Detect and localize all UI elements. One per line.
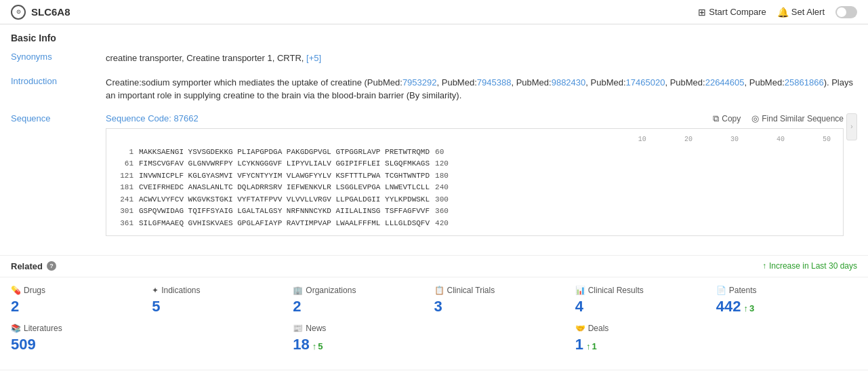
sequence-header: Sequence Code: 87662 ⧉ Copy ◎ Find Simil…: [106, 113, 844, 124]
stat-label: ✦ Indications: [152, 286, 293, 295]
synonyms-row: Synonyms creatine transporter, Creatine …: [11, 52, 857, 65]
stat-increase: ↑1: [586, 341, 597, 351]
stat-label: 🤝 Deals: [575, 324, 857, 333]
seq-end-num: 60: [430, 147, 444, 159]
stat-value: 2: [11, 298, 152, 315]
stat-label: 🏢 Organizations: [293, 286, 434, 295]
seq-text: CVEIFRHEDC ANASLANLTC DQLADRRSRV IEFWENK…: [139, 182, 430, 194]
sequence-line: 241ACWVLVYFCV WKGVKSTGKI VYFTATFPVV VLVV…: [112, 194, 838, 206]
seq-text: ACWVLVYFCV WKGVKSTGKI VYFTATFPVV VLVVLLV…: [139, 194, 430, 206]
copy-button[interactable]: ⧉ Copy: [713, 113, 741, 124]
stat-value: 3: [434, 298, 575, 315]
patent-icon: 📄: [716, 286, 726, 295]
stats-row-1: 💊 Drugs 2 ✦ Indications 5 🏢 Organization…: [11, 286, 857, 315]
sequence-actions: ⧉ Copy ◎ Find Similar Sequence: [713, 113, 844, 124]
sequence-line: 361SILGFMAAEQ GVHISKVAES GPGLAFIAYP RAVT…: [112, 218, 838, 230]
stats-container: 💊 Drugs 2 ✦ Indications 5 🏢 Organization…: [0, 277, 868, 370]
basic-info-title: Basic Info: [11, 33, 857, 43]
pubmed2-link[interactable]: 7945388: [477, 77, 512, 88]
trial-icon: 📋: [434, 286, 445, 295]
stat-increase: ↑5: [312, 341, 323, 351]
results-icon: 📊: [575, 286, 585, 295]
seq-num: 241: [112, 194, 139, 206]
arrow-up-icon: ↑: [762, 261, 766, 271]
stat-item[interactable]: 📰 News 18 ↑5: [293, 324, 575, 353]
stat-item[interactable]: ✦ Indications 5: [152, 286, 293, 315]
sequence-lines: 1MAKKSAENGI YSVSGDEKKG PLIAPGPDGA PAKGDG…: [112, 147, 838, 230]
copy-icon: ⧉: [713, 113, 719, 124]
header-right: ⊞ Start Compare 🔔 Set Alert: [698, 6, 857, 18]
news-icon: 📰: [293, 324, 303, 333]
increase-label: ↑ Increase in Last 30 days: [762, 261, 857, 271]
stat-value: 442 ↑3: [716, 298, 857, 315]
seq-text: MAKKSAENGI YSVSGDEKKG PLIAPGPDGA PAKGDGP…: [139, 147, 430, 159]
seq-text: GSPQVWIDAG TQIFFSYAIG LGALTALGSY NRFNNNC…: [139, 206, 430, 218]
seq-text: INVWNICPLF KGLGYASMVI VFYCNTYYIM VLAWGFY…: [139, 170, 430, 182]
pubmed3-link[interactable]: 9882430: [552, 77, 586, 88]
introduction-row: Introduction Creatine:sodium symporter w…: [11, 76, 857, 102]
scroll-area: ›: [846, 113, 857, 140]
seq-num: 1: [112, 147, 139, 159]
pubmed1-link[interactable]: 7953292: [402, 77, 437, 88]
stat-value: 5: [152, 298, 293, 315]
stat-item[interactable]: 📄 Patents 442 ↑3: [716, 286, 857, 315]
introduction-label: Introduction: [11, 76, 106, 86]
pubmed5-link[interactable]: 22644605: [705, 77, 745, 88]
synonyms-more-link[interactable]: [+5]: [306, 53, 321, 63]
alert-toggle[interactable]: [835, 6, 857, 18]
stat-item[interactable]: 💊 Drugs 2: [11, 286, 152, 315]
seq-num: 361: [112, 218, 139, 230]
indication-icon: ✦: [152, 286, 159, 295]
seq-num: 181: [112, 182, 139, 194]
sequence-code[interactable]: Sequence Code: 87662: [106, 113, 199, 123]
seq-num: 121: [112, 170, 139, 182]
seq-end-num: 120: [430, 158, 449, 170]
similar-icon: ◎: [751, 113, 759, 123]
sequence-line: 61FIMSCVGFAV GLGNVWRFPY LCYKNGGGVF LIPYV…: [112, 158, 838, 170]
header: ⊙ SLC6A8 ⊞ Start Compare 🔔 Set Alert: [0, 0, 868, 24]
stat-label: 📚 Literatures: [11, 324, 293, 333]
sequence-box[interactable]: 10 20 30 40 50 1MAKKSAENGI YSVSGDEKKG PL…: [106, 128, 844, 236]
sequence-line: 121INVWNICPLF KGLGYASMVI VFYCNTYYIM VLAW…: [112, 170, 838, 182]
introduction-value: Creatine:sodium symporter which mediates…: [106, 76, 857, 102]
main-content: Basic Info Synonyms creatine transporter…: [0, 24, 868, 255]
pubmed4-link[interactable]: 17465020: [626, 77, 665, 88]
stat-label: 📊 Clinical Results: [575, 286, 716, 295]
sequence-line: 1MAKKSAENGI YSVSGDEKKG PLIAPGPDGA PAKGDG…: [112, 147, 838, 159]
synonyms-text: creatine transporter, Creatine transport…: [106, 53, 304, 63]
gene-name: SLC6A8: [31, 6, 70, 18]
stat-item[interactable]: 📚 Literatures 509: [11, 324, 293, 353]
stat-label: 💊 Drugs: [11, 286, 152, 295]
deal-icon: 🤝: [575, 324, 585, 333]
stat-item[interactable]: 📋 Clinical Trials 3: [434, 286, 575, 315]
header-left: ⊙ SLC6A8: [11, 5, 70, 20]
find-similar-button[interactable]: ◎ Find Similar Sequence: [751, 113, 844, 123]
stat-item[interactable]: 📊 Clinical Results 4: [575, 286, 716, 315]
seq-text: FIMSCVGFAV GLGNVWRFPY LCYKNGGGVF LIPYVLI…: [139, 158, 430, 170]
stat-value: 1 ↑1: [575, 336, 857, 353]
seq-end-num: 300: [430, 194, 449, 206]
related-header: Related ? ↑ Increase in Last 30 days: [0, 255, 868, 277]
synonyms-label: Synonyms: [11, 52, 106, 62]
gene-icon: ⊙: [11, 5, 26, 20]
pubmed6-link[interactable]: 25861866: [785, 77, 824, 88]
seq-end-num: 420: [430, 218, 449, 230]
scroll-button[interactable]: ›: [846, 113, 857, 140]
arrow-up-icon: ↑: [586, 341, 591, 351]
stats-row-2: 📚 Literatures 509 📰 News 18 ↑5 🤝 Deals: [11, 324, 857, 353]
set-alert-button[interactable]: 🔔 Set Alert: [777, 7, 825, 18]
info-icon: ?: [47, 261, 56, 271]
stat-label: 📄 Patents: [716, 286, 857, 295]
arrow-up-icon: ↑: [744, 303, 749, 313]
synonyms-value: creatine transporter, Creatine transport…: [106, 52, 857, 65]
org-icon: 🏢: [293, 286, 303, 295]
seq-end-num: 180: [430, 170, 449, 182]
sequence-line: 301GSPQVWIDAG TQIFFSYAIG LGALTALGSY NRFN…: [112, 206, 838, 218]
seq-num: 61: [112, 158, 139, 170]
stat-value: 509: [11, 336, 293, 353]
sequence-ruler: 10 20 30 40 50: [112, 134, 838, 145]
stat-value: 2: [293, 298, 434, 315]
start-compare-button[interactable]: ⊞ Start Compare: [698, 7, 766, 18]
stat-item[interactable]: 🤝 Deals 1 ↑1: [575, 324, 857, 353]
stat-item[interactable]: 🏢 Organizations 2: [293, 286, 434, 315]
